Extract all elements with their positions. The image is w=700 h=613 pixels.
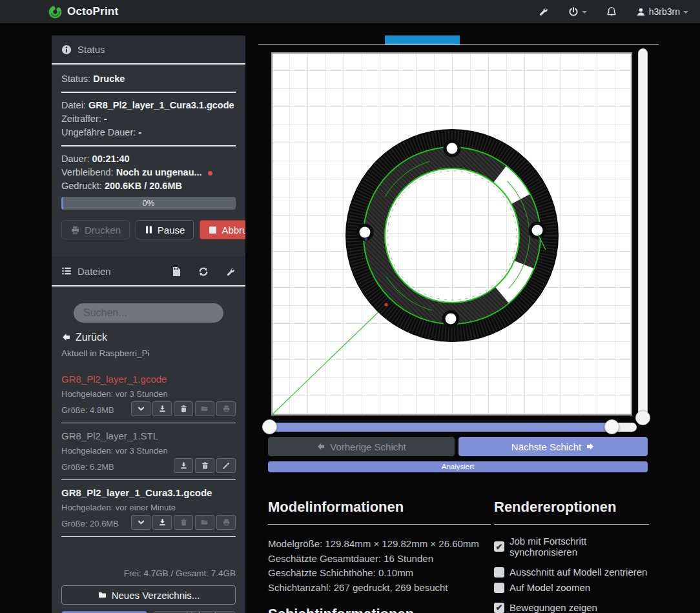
caret-down-icon — [582, 11, 587, 14]
file-uploaded: Hochgeladen: vor einer Minute — [61, 501, 236, 514]
checkbox[interactable] — [494, 541, 504, 552]
model-duration-line: Geschätzte Gesamtdauer: 16 Stunden — [268, 552, 491, 567]
info-icon — [61, 45, 72, 55]
octoprint-logo-icon — [48, 5, 62, 19]
checkbox[interactable] — [494, 583, 504, 593]
file-download-button[interactable] — [152, 401, 172, 416]
file-download-button[interactable] — [152, 515, 172, 530]
files-panel-title: Dateien — [77, 266, 111, 277]
file-delete-button[interactable] — [174, 515, 193, 530]
checkbox[interactable] — [494, 603, 504, 613]
pause-button[interactable]: Pause — [136, 220, 194, 239]
files-panel-header[interactable]: Dateien — [52, 257, 245, 286]
model-info-section: Modelinformationen Modelgröße: 129.84mm … — [268, 499, 491, 613]
new-folder-button[interactable]: Neues Verzeichnis... — [61, 585, 236, 605]
user-menu-button[interactable]: h3rb3rn — [636, 6, 688, 17]
tab-bar-divider — [258, 45, 659, 45]
back-link-label: Zurück — [76, 330, 107, 344]
file-move-button[interactable] — [195, 401, 214, 416]
pause-button-label: Pause — [158, 225, 185, 236]
range-handle-left[interactable] — [262, 419, 277, 434]
cancel-button[interactable]: Abbruch — [200, 220, 245, 239]
trash-icon — [180, 405, 188, 413]
storage-info: Frei: 4.7GB / Gesamt: 7.4GB — [61, 567, 236, 580]
duration-value: 00:21:40 — [92, 154, 130, 164]
power-icon — [568, 6, 579, 17]
active-tab-indicator[interactable] — [385, 35, 460, 45]
system-menu-button[interactable] — [568, 6, 587, 17]
command-range-slider[interactable] — [263, 423, 637, 432]
chevron-down-icon — [137, 405, 145, 413]
vertical-slider-handle[interactable] — [635, 410, 650, 425]
file-download-button[interactable] — [174, 458, 193, 473]
print-button[interactable]: Drucken — [61, 220, 130, 239]
print-progress-fill — [61, 197, 63, 210]
navbar: OctoPrint h3rb3rn — [0, 0, 700, 23]
gcode-viewer-canvas[interactable] — [271, 52, 632, 416]
estimate-label: Ungefähre Dauer: — [61, 127, 136, 137]
sd-card-button[interactable] — [172, 265, 181, 277]
file-label: Datei: — [61, 100, 86, 110]
notifications-button[interactable] — [606, 6, 617, 17]
main-content: Vorherige Schicht Nächste Schicht Analys… — [258, 23, 659, 613]
layer-info-title: Schichtinformationen — [268, 606, 491, 613]
sd-card-icon — [172, 266, 181, 277]
folder-open-icon — [200, 405, 209, 413]
extruder-position-dot — [384, 303, 387, 306]
status-panel-title: Status — [77, 44, 105, 55]
back-link[interactable]: Zurück — [61, 330, 236, 344]
settings-button[interactable] — [539, 6, 549, 17]
vertical-layer-slider[interactable] — [638, 48, 648, 425]
search-input[interactable] — [74, 303, 223, 323]
file-size: Größe: 6.2MB — [61, 461, 114, 473]
previous-layer-button-label: Vorherige Schicht — [330, 441, 406, 452]
bell-icon — [606, 6, 617, 17]
print-progress-text: 0% — [143, 198, 155, 208]
username: h3rb3rn — [649, 6, 680, 17]
duration-line: Dauer: 00:21:40 — [61, 152, 236, 166]
files-panel: Dateien — [52, 257, 245, 613]
next-layer-button[interactable]: Nächste Schicht — [458, 437, 648, 456]
range-handle-right[interactable] — [604, 419, 619, 434]
option-label: Ausschnitt auf Modell zentrieren — [510, 567, 647, 578]
trash-icon — [180, 518, 188, 527]
option-zoom-model[interactable]: Auf Model zoomen — [494, 582, 649, 593]
file-value: GR8_Pl2_layer_1_Cura3.1.gcode — [88, 100, 234, 110]
file-line: Datei: GR8_Pl2_layer_1_Cura3.1.gcode — [61, 99, 236, 112]
wrench-icon — [226, 267, 236, 277]
file-print-button[interactable] — [216, 515, 236, 530]
option-sync-progress[interactable]: Job mit Fortschritt synchronisieren — [494, 536, 649, 558]
file-move-button[interactable] — [195, 515, 214, 530]
option-show-moves[interactable]: Bewegungen zeigen — [494, 602, 649, 613]
option-label: Bewegungen zeigen — [510, 602, 597, 613]
divider — [61, 92, 236, 93]
brand-link[interactable]: OctoPrint — [48, 5, 118, 19]
option-center-viewport[interactable]: Ausschnitt auf Modell zentrieren — [494, 567, 649, 578]
file-details-button[interactable] — [131, 515, 150, 530]
next-layer-button-label: Nächste Schicht — [511, 441, 581, 452]
checkbox[interactable] — [494, 567, 504, 578]
file-print-button[interactable] — [216, 401, 236, 416]
previous-layer-button[interactable]: Vorherige Schicht — [268, 437, 455, 456]
caret-down-icon — [683, 11, 688, 14]
print-button-label: Drucken — [85, 225, 121, 236]
renderer-options-title: Rendereroptionen — [494, 499, 649, 525]
printer-icon — [222, 405, 231, 413]
file-row: GR8_Pl2_layer_1.STL Hochgeladen: vor 3 S… — [61, 423, 236, 480]
current-folder-label: Aktuell in Raspberri_Pi — [61, 347, 236, 360]
state-value: Drucke — [93, 74, 125, 84]
refresh-button[interactable] — [198, 265, 209, 277]
status-panel-header[interactable]: Status — [52, 35, 245, 65]
file-slice-button[interactable] — [216, 458, 236, 473]
file-size: Größe: 20.6MB — [61, 518, 119, 530]
file-delete-button[interactable] — [195, 458, 214, 473]
file-name: GR8_Pl2_layer_1_Cura3.1.gcode — [61, 486, 236, 499]
file-details-button[interactable] — [131, 401, 150, 416]
printed-line: Gedruckt: 200.6KB / 20.6MB — [61, 179, 236, 193]
printed-value: 200.6KB / 20.6MB — [105, 181, 182, 191]
file-row: GR8_Pl2_layer_1.gcode Hochgeladen: vor 3… — [61, 367, 236, 423]
model-size-line: Modelgröße: 129.84mm × 129.82mm × 26.60m… — [268, 537, 491, 552]
files-settings-button[interactable] — [226, 265, 236, 277]
magic-wand-icon — [222, 461, 231, 470]
file-delete-button[interactable] — [174, 401, 193, 416]
